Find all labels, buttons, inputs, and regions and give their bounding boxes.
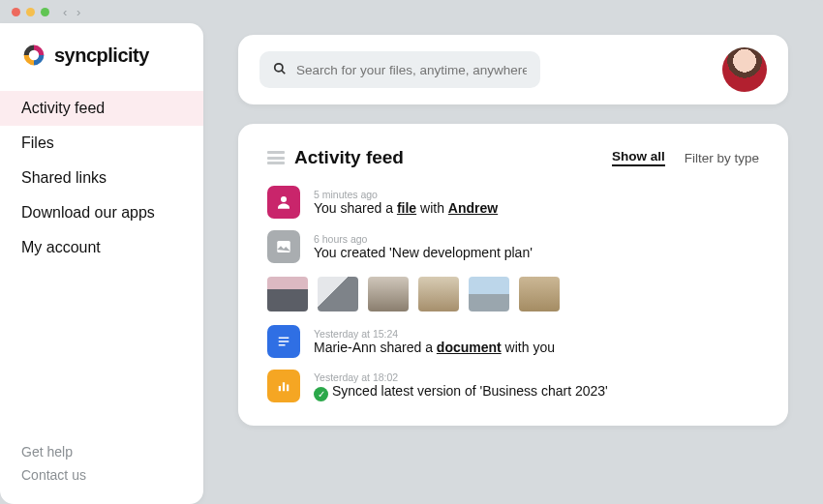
logo-icon bbox=[21, 43, 46, 68]
svg-point-0 bbox=[275, 63, 283, 71]
thumbnail[interactable] bbox=[469, 277, 509, 311]
traffic-min[interactable] bbox=[26, 8, 35, 16]
activity-time: Yesterday at 15:24 bbox=[314, 328, 555, 340]
document-link[interactable]: document bbox=[437, 340, 502, 355]
activity-text: You shared a file with Andrew bbox=[314, 200, 498, 216]
thumbnail[interactable] bbox=[418, 277, 459, 311]
main: Activity feed Show all Filter by type 5 … bbox=[203, 23, 823, 504]
sidebar-item-my-account[interactable]: My account bbox=[0, 230, 203, 265]
card-header: Activity feed Show all Filter by type bbox=[267, 147, 759, 168]
footer-link-contact-us[interactable]: Contact us bbox=[21, 463, 182, 487]
topbar bbox=[238, 35, 788, 104]
image-icon bbox=[267, 230, 300, 263]
card-actions: Show all Filter by type bbox=[612, 149, 759, 166]
logo: syncplicity bbox=[0, 43, 203, 91]
search-input[interactable] bbox=[296, 63, 527, 77]
avatar[interactable] bbox=[722, 47, 767, 92]
activity-feed: 5 minutes ago You shared a file with And… bbox=[267, 186, 759, 402]
svg-line-1 bbox=[282, 70, 286, 74]
svg-point-2 bbox=[281, 196, 287, 202]
activity-time: Yesterday at 18:02 bbox=[314, 371, 608, 383]
thumbnail[interactable] bbox=[368, 277, 409, 311]
sidebar-nav: Activity feed Files Shared links Downloa… bbox=[0, 91, 203, 265]
list-icon bbox=[267, 151, 285, 164]
activity-row[interactable]: Yesterday at 15:24 Marie-Ann shared a do… bbox=[267, 325, 759, 358]
svg-rect-9 bbox=[287, 385, 289, 392]
svg-rect-4 bbox=[279, 338, 290, 340]
svg-rect-7 bbox=[279, 386, 281, 391]
sidebar-item-files[interactable]: Files bbox=[0, 126, 203, 161]
activity-text: Marie-Ann shared a document with you bbox=[314, 340, 555, 355]
person-icon bbox=[267, 186, 300, 219]
window-chrome: ‹ › bbox=[0, 0, 823, 23]
user-link[interactable]: Andrew bbox=[448, 200, 498, 216]
filter-by-type[interactable]: Filter by type bbox=[685, 151, 759, 165]
nav-arrows[interactable]: ‹ › bbox=[63, 5, 83, 19]
file-link[interactable]: file bbox=[397, 200, 416, 216]
thumbnails-row bbox=[267, 275, 759, 313]
svg-rect-8 bbox=[283, 382, 285, 391]
show-all-link[interactable]: Show all bbox=[612, 149, 665, 166]
sidebar-item-shared-links[interactable]: Shared links bbox=[0, 161, 203, 195]
activity-time: 5 minutes ago bbox=[314, 189, 498, 200]
activity-text: ✓Synced latest version of 'Business char… bbox=[314, 383, 608, 401]
sidebar: syncplicity Activity feed Files Shared l… bbox=[0, 23, 203, 504]
thumbnail[interactable] bbox=[267, 277, 308, 311]
activity-row[interactable]: 5 minutes ago You shared a file with And… bbox=[267, 186, 759, 219]
thumbnail[interactable] bbox=[318, 277, 358, 311]
traffic-close[interactable] bbox=[12, 8, 20, 16]
svg-rect-5 bbox=[279, 341, 290, 342]
activity-row[interactable]: 6 hours ago You created 'New development… bbox=[267, 230, 759, 263]
sidebar-item-download-apps[interactable]: Download our apps bbox=[0, 195, 203, 230]
check-icon: ✓ bbox=[314, 387, 328, 401]
activity-card: Activity feed Show all Filter by type 5 … bbox=[238, 124, 788, 426]
activity-text: You created 'New development plan' bbox=[314, 245, 533, 260]
sidebar-footer: Get help Contact us bbox=[0, 440, 203, 487]
footer-link-get-help[interactable]: Get help bbox=[21, 440, 182, 463]
activity-time: 6 hours ago bbox=[314, 233, 533, 245]
search-icon bbox=[273, 62, 287, 78]
sidebar-item-activity-feed[interactable]: Activity feed bbox=[0, 91, 203, 126]
card-title: Activity feed bbox=[294, 147, 404, 168]
chart-icon bbox=[267, 370, 300, 402]
traffic-max[interactable] bbox=[41, 8, 49, 16]
svg-rect-6 bbox=[279, 344, 286, 346]
doc-icon bbox=[267, 325, 300, 358]
thumbnail[interactable] bbox=[519, 277, 560, 311]
logo-text: syncplicity bbox=[54, 44, 149, 67]
search-box[interactable] bbox=[259, 51, 540, 88]
activity-row[interactable]: Yesterday at 18:02 ✓Synced latest versio… bbox=[267, 370, 759, 402]
